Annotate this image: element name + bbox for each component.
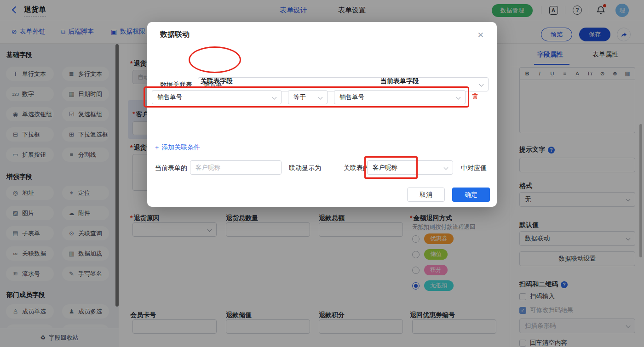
- column-header-linked-field: 关联表字段: [152, 77, 282, 85]
- add-condition-link[interactable]: + 添加关联条件: [155, 143, 200, 152]
- current-form-label: 当前表单的: [155, 164, 187, 172]
- linked-field-select[interactable]: 客户昵称: [367, 160, 453, 175]
- plus-icon: +: [155, 144, 159, 151]
- chevron-down-icon: [456, 95, 461, 100]
- form-designer-app: 退货单 表单设计 表单设置 数据管理 A ? 理 ⊘ 表单外链 ⧉ 后端脚本 ▣…: [0, 0, 644, 347]
- chevron-down-icon: [318, 95, 323, 100]
- confirm-button[interactable]: 确定: [452, 188, 490, 202]
- suffix-label: 中对应值: [461, 164, 487, 172]
- chevron-down-icon: [479, 82, 484, 87]
- condition-target-select[interactable]: 销售单号: [334, 90, 466, 104]
- delete-condition-icon[interactable]: [471, 92, 479, 102]
- current-field-input[interactable]: [190, 160, 282, 175]
- display-as-label: 联动显示为: [289, 164, 321, 172]
- condition-field-select[interactable]: 销售单号: [152, 90, 282, 104]
- linked-table-label: 关联表的: [344, 164, 369, 172]
- cancel-button[interactable]: 取消: [407, 188, 445, 202]
- chevron-down-icon: [272, 95, 277, 100]
- column-header-current-field: 当前表单字段: [334, 77, 466, 85]
- condition-operator-select[interactable]: 等于: [288, 90, 328, 104]
- data-linkage-modal: 数据联动 ✕ 数据关联表 销售单 关联表字段 当前表单字段 销售单号 等于 销售…: [147, 22, 497, 207]
- modal-title: 数据联动: [160, 30, 190, 40]
- chevron-down-icon: [444, 165, 448, 170]
- close-icon[interactable]: ✕: [476, 28, 486, 42]
